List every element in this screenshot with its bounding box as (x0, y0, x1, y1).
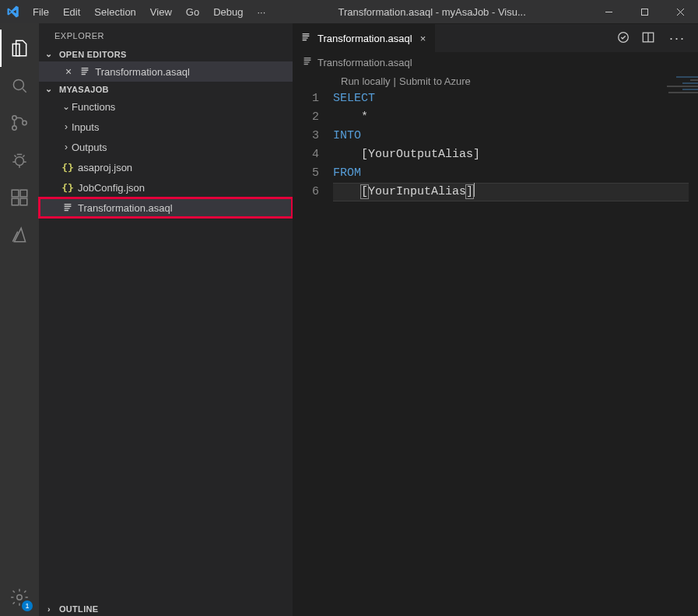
code-lines: SELECT * INTO [YourOutputAlias] FROM [Yo… (333, 89, 698, 201)
svg-point-11 (619, 32, 629, 42)
compile-action-icon[interactable] (616, 30, 630, 47)
file-asaql-icon (61, 202, 75, 213)
code-line: INTO (333, 127, 698, 145)
title-bar: File Edit Selection View Go Debug ··· Tr… (0, 0, 698, 23)
window-close-button[interactable] (662, 0, 698, 23)
codelens-submit-azure[interactable]: Submit to Azure (399, 75, 471, 87)
open-editors-header[interactable]: ⌄ OPEN EDITORS (39, 47, 293, 61)
svg-point-1 (13, 79, 23, 89)
code-line: [YourInputAlias] (333, 183, 698, 201)
tree-item-label: Functions (72, 101, 115, 113)
menu-go[interactable]: Go (180, 2, 205, 23)
activity-source-control-icon[interactable] (0, 104, 39, 142)
outline-label: OUTLINE (59, 604, 98, 614)
breadcrumb-label: Transformation.asaql (317, 57, 412, 68)
chevron-right-icon: › (61, 121, 72, 132)
svg-point-5 (16, 157, 24, 166)
codelens-separator: | (394, 75, 396, 87)
line-number: 3 (293, 127, 319, 145)
line-number-gutter: 1 2 3 4 5 6 (293, 89, 333, 201)
line-number: 5 (293, 164, 319, 183)
tree-item-label: asaproj.json (78, 162, 132, 173)
tree-folder-inputs[interactable]: › Inputs (39, 117, 293, 137)
tree-folder-functions[interactable]: ⌄ Functions (39, 96, 293, 117)
editor-group: Transformation.asaql × ··· Transformatio… (293, 23, 698, 616)
workspace-tree: ⌄ Functions › Inputs › Outputs {} asapro… (39, 96, 293, 218)
settings-badge: 1 (22, 600, 33, 611)
chevron-down-icon: ⌄ (61, 101, 72, 112)
sidebar-title: EXPLORER (39, 23, 293, 47)
code-line: FROM (333, 164, 698, 183)
menu-view[interactable]: View (144, 2, 178, 23)
activity-debug-icon[interactable] (0, 142, 39, 179)
chevron-down-icon: ⌄ (44, 84, 54, 94)
svg-point-2 (12, 116, 16, 120)
chevron-down-icon: ⌄ (44, 49, 54, 59)
more-actions-icon[interactable]: ··· (666, 30, 689, 47)
svg-rect-7 (12, 198, 19, 205)
close-icon[interactable]: × (419, 33, 428, 44)
sidebar-explorer: EXPLORER ⌄ OPEN EDITORS × Transformation… (39, 23, 293, 616)
code-line: [YourOutputAlias] (333, 145, 698, 164)
window-title: Transformation.asaql - myAsaJob - Visu..… (273, 6, 591, 18)
open-editors-label: OPEN EDITORS (59, 50, 127, 59)
workspace-label: MYASAJOB (59, 85, 109, 94)
activity-extensions-icon[interactable] (0, 179, 39, 216)
menu-debug[interactable]: Debug (207, 2, 249, 23)
tree-item-label: Inputs (72, 121, 99, 133)
activity-azure-icon[interactable] (0, 216, 39, 254)
svg-point-10 (17, 595, 23, 600)
tree-item-label: JobConfig.json (78, 182, 145, 194)
window-maximize-button[interactable] (626, 0, 662, 23)
svg-rect-8 (20, 198, 27, 205)
menu-file[interactable]: File (26, 2, 55, 23)
line-number: 4 (293, 145, 319, 164)
activity-explorer-icon[interactable] (0, 30, 39, 67)
code-line: * (333, 108, 698, 127)
menu-bar: File Edit Selection View Go Debug (26, 2, 249, 23)
line-number: 6 (293, 183, 319, 201)
close-icon[interactable]: × (65, 65, 72, 78)
window-controls (591, 0, 698, 23)
tree-item-label: Transformation.asaql (78, 202, 173, 214)
svg-point-3 (12, 126, 16, 130)
svg-rect-9 (20, 190, 27, 197)
editor-tab-bar: Transformation.asaql × ··· (293, 24, 698, 52)
menu-selection[interactable]: Selection (88, 2, 142, 23)
window-minimize-button[interactable] (591, 0, 626, 23)
file-asaql-icon (302, 56, 313, 69)
line-number: 2 (293, 108, 319, 127)
tree-folder-outputs[interactable]: › Outputs (39, 137, 293, 157)
breadcrumb[interactable]: Transformation.asaql (293, 52, 698, 72)
chevron-right-icon: › (61, 142, 72, 152)
tree-file-transformation[interactable]: Transformation.asaql (39, 198, 293, 218)
open-editors-list: × Transformation.asaql (39, 61, 293, 82)
file-asaql-icon (78, 66, 92, 77)
file-json-icon: {} (61, 162, 75, 173)
menu-overflow-icon[interactable]: ··· (249, 2, 273, 23)
svg-rect-6 (12, 190, 19, 197)
tree-file-jobconfig[interactable]: {} JobConfig.json (39, 177, 293, 198)
line-number: 1 (293, 89, 319, 108)
editor-tab-label: Transformation.asaql (317, 33, 412, 44)
activity-bar: 1 (0, 23, 39, 616)
workspace-header[interactable]: ⌄ MYASAJOB (39, 82, 293, 96)
file-asaql-icon (300, 32, 311, 45)
open-editor-label: Transformation.asaql (95, 66, 190, 78)
chevron-right-icon: › (44, 604, 54, 614)
tree-file-asaproj[interactable]: {} asaproj.json (39, 157, 293, 177)
svg-point-4 (23, 121, 26, 124)
text-cursor (474, 183, 475, 197)
activity-search-icon[interactable] (0, 67, 39, 104)
outline-header[interactable]: › OUTLINE (39, 601, 293, 616)
code-editor[interactable]: 1 2 3 4 5 6 SELECT * INTO [YourOutputAli… (293, 89, 698, 201)
split-editor-icon[interactable] (641, 30, 655, 47)
menu-edit[interactable]: Edit (57, 2, 86, 23)
codelens-run-locally[interactable]: Run locally (341, 75, 391, 87)
file-json-icon: {} (61, 182, 75, 194)
code-line: SELECT (333, 89, 698, 108)
activity-settings-icon[interactable]: 1 (0, 579, 39, 616)
editor-tab[interactable]: Transformation.asaql × (293, 24, 436, 52)
open-editor-item[interactable]: × Transformation.asaql (39, 61, 293, 82)
vscode-logo-icon (6, 5, 20, 19)
